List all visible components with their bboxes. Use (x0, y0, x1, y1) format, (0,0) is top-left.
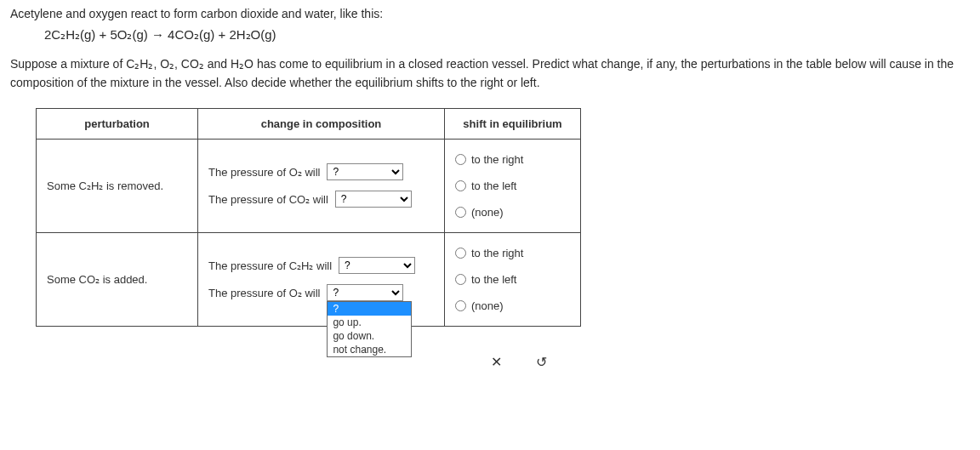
change-cell: The pressure of O₂ will ? The pressure o… (198, 139, 445, 232)
radio-right-row2[interactable] (455, 248, 466, 259)
radio-label: to the left (471, 179, 516, 192)
table-row: Some C₂H₂ is removed. The pressure of O₂… (37, 139, 581, 232)
shift-cell: to the right to the left (none) (445, 232, 581, 326)
header-perturbation: perturbation (37, 108, 198, 139)
radio-left-row2[interactable] (455, 274, 466, 285)
pressure-select-co2-row1[interactable]: ? (335, 191, 412, 208)
table-row: Some CO₂ is added. The pressure of C₂H₂ … (37, 232, 581, 326)
header-change: change in composition (198, 108, 445, 139)
perturbation-cell: Some C₂H₂ is removed. (37, 139, 198, 232)
radio-label: (none) (471, 299, 504, 312)
pressure-select-o2-row1[interactable]: ? (327, 163, 403, 180)
dropdown-option-up[interactable]: go up. (328, 316, 411, 329)
change-cell: The pressure of C₂H₂ will ? The pressure… (198, 232, 445, 326)
description-text: Suppose a mixture of C₂H₂, O₂, CO₂ and H… (10, 54, 970, 93)
radio-none-row2[interactable] (455, 300, 466, 311)
pressure-select-c2h2-row2[interactable]: ? (339, 257, 415, 274)
dropdown-option-down[interactable]: go down. (328, 329, 411, 343)
dropdown-menu-open: ? go up. go down. not change. (327, 301, 412, 357)
change-label: The pressure of O₂ will (208, 287, 320, 299)
action-buttons: ✕ ↺ (491, 354, 970, 370)
radio-label: to the left (471, 273, 516, 286)
radio-label: to the right (471, 247, 523, 259)
radio-left-row1[interactable] (455, 180, 466, 191)
perturbation-cell: Some CO₂ is added. (37, 232, 198, 326)
change-label: The pressure of O₂ will (208, 166, 320, 179)
shift-cell: to the right to the left (none) (445, 139, 581, 232)
intro-text: Acetylene and oxygen react to form carbo… (10, 7, 970, 20)
radio-label: (none) (471, 206, 504, 219)
pressure-select-o2-row2[interactable]: ? (327, 284, 403, 301)
change-label: The pressure of CO₂ will (208, 193, 328, 206)
close-icon[interactable]: ✕ (491, 354, 502, 370)
dropdown-option-nochange[interactable]: not change. (328, 343, 411, 356)
dropdown-option-placeholder[interactable]: ? (328, 302, 411, 316)
radio-label: to the right (471, 153, 523, 166)
radio-right-row1[interactable] (455, 154, 466, 165)
reset-icon[interactable]: ↺ (536, 354, 547, 370)
chemical-equation: 2C₂H₂(g) + 5O₂(g) → 4CO₂(g) + 2H₂O(g) (44, 27, 970, 43)
perturbation-table: perturbation change in composition shift… (36, 108, 581, 327)
radio-none-row1[interactable] (455, 207, 466, 218)
header-shift: shift in equilibrium (445, 108, 581, 139)
change-label: The pressure of C₂H₂ will (208, 259, 332, 272)
